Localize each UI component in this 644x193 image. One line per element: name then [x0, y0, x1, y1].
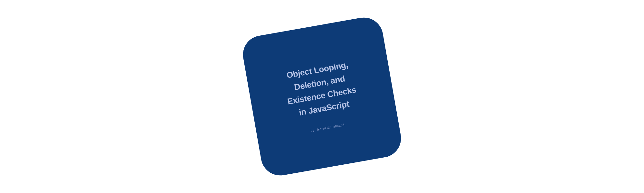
title-card: Object Looping, Deletion, and Existence … — [240, 14, 404, 179]
by-prefix: by — [310, 128, 315, 132]
byline: by ismail abu almagd — [310, 123, 345, 132]
card-title: Object Looping, Deletion, and Existence … — [282, 58, 359, 121]
author-name: ismail abu almagd — [317, 123, 345, 131]
